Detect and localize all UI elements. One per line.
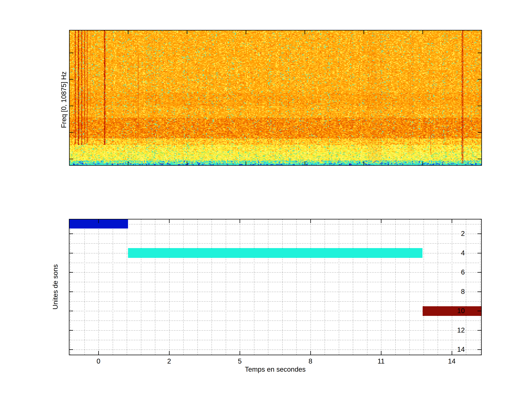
axis-tick bbox=[70, 253, 73, 253]
timeline-ticks-layer bbox=[70, 219, 481, 355]
x-tick-label: 8 bbox=[299, 357, 322, 365]
axis-tick bbox=[381, 351, 381, 355]
y-tick-label: 14 bbox=[448, 345, 465, 354]
y-tick-label: 2 bbox=[448, 230, 465, 238]
x-tick-label: 14 bbox=[441, 357, 463, 365]
axis-tick bbox=[70, 291, 73, 292]
timeline-ylabel: Unites de sons bbox=[51, 213, 59, 361]
axis-tick bbox=[477, 234, 481, 234]
timeline-xlabel: Temps en secondes bbox=[201, 365, 349, 374]
axis-tick bbox=[477, 253, 481, 253]
axis-tick bbox=[240, 219, 240, 223]
figure-canvas: Freq [0, 10875] Hz Unites de sons Temps … bbox=[0, 0, 532, 399]
x-tick-label: 2 bbox=[158, 357, 180, 365]
axis-tick bbox=[70, 330, 73, 331]
axis-tick bbox=[477, 330, 481, 331]
y-tick-label: 6 bbox=[448, 268, 465, 276]
axis-tick bbox=[452, 219, 452, 223]
axis-tick bbox=[477, 291, 481, 292]
axis-tick bbox=[98, 219, 99, 223]
y-tick-label: 8 bbox=[448, 288, 465, 296]
axis-tick bbox=[70, 234, 73, 234]
axis-tick bbox=[477, 311, 481, 311]
axis-tick bbox=[169, 351, 170, 355]
y-tick-label: 10 bbox=[448, 307, 465, 315]
x-tick-label: 0 bbox=[87, 357, 109, 365]
axis-tick bbox=[310, 351, 311, 355]
axis-tick bbox=[477, 349, 481, 350]
y-tick-label: 4 bbox=[448, 249, 465, 257]
x-tick-label: 5 bbox=[229, 357, 251, 365]
axis-tick bbox=[169, 219, 170, 223]
spectrogram-plot bbox=[69, 30, 482, 166]
axis-tick bbox=[477, 272, 481, 273]
axis-tick bbox=[381, 219, 381, 223]
axis-tick bbox=[98, 351, 99, 355]
axis-tick bbox=[240, 351, 240, 355]
timeline-plot bbox=[69, 219, 482, 355]
x-tick-label: 11 bbox=[370, 357, 392, 365]
axis-tick bbox=[310, 219, 311, 223]
axis-tick bbox=[70, 349, 73, 350]
axis-tick bbox=[70, 272, 73, 273]
axis-tick bbox=[70, 311, 73, 311]
spectrogram-ylabel: Freq [0, 10875] Hz bbox=[60, 26, 68, 174]
spectrogram-image bbox=[70, 31, 481, 165]
y-tick-label: 12 bbox=[448, 326, 465, 334]
